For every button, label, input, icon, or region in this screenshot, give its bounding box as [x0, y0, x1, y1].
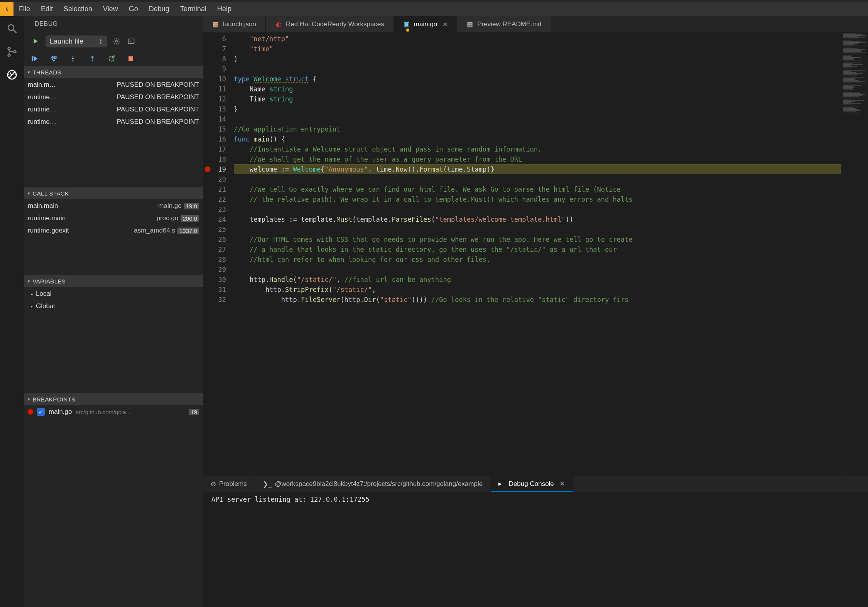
variables-header[interactable]: ▾ VARIABLES [24, 275, 203, 287]
step-into-button[interactable] [69, 54, 77, 63]
breakpoint-checkbox[interactable]: ✓ [37, 408, 45, 416]
variable-scope-local[interactable]: ▸Local [24, 288, 203, 300]
sidebar-title: DEBUG [24, 16, 203, 32]
breakpoints-header[interactable]: ▾ BREAKPOINTS [24, 393, 203, 405]
svg-point-3 [8, 54, 10, 56]
thread-row[interactable]: runtime…PAUSED ON BREAKPOINT [24, 103, 203, 116]
debug-sidebar: DEBUG Launch file ▲▼ [24, 16, 203, 607]
launch-config-select[interactable]: Launch file ▲▼ [46, 35, 107, 47]
close-icon[interactable]: ✕ [442, 21, 448, 28]
tab-label: launch.json [223, 20, 256, 28]
breakpoint-line: 19 [189, 409, 199, 415]
frame-file: main.go [158, 202, 181, 210]
threads-header[interactable]: ▾ THREADS [24, 66, 203, 78]
svg-point-4 [14, 51, 16, 53]
menu-item-edit[interactable]: Edit [35, 5, 58, 13]
callstack-header[interactable]: ▾ CALL STACK [24, 187, 203, 199]
breakpoint-path: src/github.com/gola… [76, 409, 185, 415]
bottom-panel: ⊘Problems❯_@workspace9bla2cl8ukbyt4z7:/p… [203, 476, 868, 607]
panel-tab[interactable]: ❯_@workspace9bla2cl8ukbyt4z7:/projects/s… [255, 476, 491, 492]
breakpoint-row[interactable]: ✓main.gosrc/github.com/gola…19 [24, 406, 203, 418]
frame-name: main.main [28, 202, 105, 210]
terminal-icon: ❯_ [263, 480, 272, 488]
debug-console-output: API server listening at: 127.0.0.1:17255 [203, 492, 868, 607]
step-out-button[interactable] [88, 54, 96, 63]
open-launch-json-icon[interactable] [126, 36, 136, 46]
start-debug-button[interactable] [30, 36, 41, 47]
stack-frame-row[interactable]: runtime.goexitasm_amd64.s1337:0 [24, 224, 203, 237]
frame-file: asm_amd64.s [134, 227, 175, 234]
editor-tab[interactable]: ▦launch.json [203, 16, 266, 32]
svg-point-11 [72, 60, 73, 61]
menu-item-file[interactable]: File [14, 5, 35, 13]
debug-launch-row: Launch file ▲▼ [24, 32, 203, 51]
main-editor-area: ▦launch.json◐Red Hat CodeReady Workspace… [203, 16, 868, 607]
breakpoint-gutter-icon[interactable] [205, 167, 210, 172]
svg-point-10 [53, 60, 54, 61]
menu-item-debug[interactable]: Debug [144, 5, 175, 13]
menu-bar: FileEditSelectionViewGoDebugTerminalHelp [0, 2, 868, 16]
minimap[interactable] [841, 32, 868, 476]
source-control-icon[interactable] [5, 45, 19, 59]
editor-tab[interactable]: ◐Red Hat CodeReady Workspaces [266, 16, 394, 32]
menu-item-terminal[interactable]: Terminal [175, 5, 212, 13]
panel-tab[interactable]: ⊘Problems [203, 476, 255, 492]
gear-icon[interactable] [111, 36, 122, 46]
chevron-right-icon: ▸ [31, 292, 33, 296]
panel-tab-label: Debug Console [509, 480, 554, 488]
frame-location: 1337:0 [177, 228, 199, 234]
thread-name: runtime… [28, 118, 73, 126]
thread-row[interactable]: main.m…PAUSED ON BREAKPOINT [24, 79, 203, 91]
frame-name: runtime.main [28, 214, 105, 222]
variables-section: ▾ VARIABLES ▸Local▸Global [24, 275, 203, 393]
panel-tab-bar: ⊘Problems❯_@workspace9bla2cl8ukbyt4z7:/p… [203, 476, 868, 492]
chevron-down-icon: ▾ [28, 279, 30, 284]
frame-name: runtime.goexit [28, 227, 105, 234]
tab-label: Red Hat CodeReady Workspaces [286, 20, 384, 28]
search-icon[interactable] [5, 22, 19, 35]
frame-location: 200:0 [181, 215, 199, 222]
stepper-icon: ▲▼ [99, 39, 103, 44]
svg-point-0 [8, 25, 14, 30]
svg-rect-9 [32, 56, 33, 61]
chevron-right-icon: ▸ [31, 304, 33, 309]
editor-tab[interactable]: ▣main.go✕ [394, 16, 457, 32]
editor-code[interactable]: "net/http" "time")type Welcome struct { … [234, 32, 841, 476]
menu-item-view[interactable]: View [98, 5, 123, 13]
variable-scope-global[interactable]: ▸Global [24, 300, 203, 312]
menu-item-help[interactable]: Help [212, 5, 237, 13]
stop-button[interactable] [127, 54, 135, 63]
thread-state: PAUSED ON BREAKPOINT [73, 81, 199, 89]
threads-title: THREADS [32, 69, 61, 76]
file-icon: ▣ [403, 21, 410, 28]
menu-item-selection[interactable]: Selection [58, 5, 98, 13]
continue-button[interactable] [30, 54, 39, 63]
editor[interactable]: 6789101112131415161718192021222324252627… [203, 32, 868, 476]
thread-row[interactable]: runtime…PAUSED ON BREAKPOINT [24, 91, 203, 103]
app-badge[interactable] [0, 2, 14, 16]
step-over-button[interactable] [49, 54, 58, 63]
thread-state: PAUSED ON BREAKPOINT [73, 118, 199, 126]
close-icon[interactable]: ✕ [559, 480, 565, 488]
svg-rect-13 [128, 56, 133, 61]
editor-tab-bar: ▦launch.json◐Red Hat CodeReady Workspace… [203, 16, 868, 32]
restart-button[interactable] [107, 54, 116, 63]
panel-tab-label: @workspace9bla2cl8ukbyt4z7:/projects/src… [275, 480, 483, 488]
debug-icon[interactable] [5, 68, 19, 82]
callstack-section: ▾ CALL STACK main.mainmain.go19:0runtime… [24, 187, 203, 275]
file-icon: ▤ [466, 21, 473, 28]
panel-tab[interactable]: ▸_Debug Console✕ [491, 476, 573, 492]
stack-frame-row[interactable]: main.mainmain.go19:0 [24, 200, 203, 212]
menu-item-go[interactable]: Go [123, 5, 144, 13]
frame-file: proc.go [157, 214, 179, 222]
chevron-down-icon: ▾ [28, 70, 30, 75]
editor-tab[interactable]: ▤Preview README.md [457, 16, 551, 32]
thread-name: runtime… [28, 93, 73, 101]
file-icon: ◐ [275, 21, 282, 28]
stack-frame-row[interactable]: runtime.mainproc.go200:0 [24, 212, 203, 224]
breakpoints-title: BREAKPOINTS [32, 396, 75, 403]
tab-label: main.go [414, 20, 437, 28]
editor-gutter[interactable]: 6789101112131415161718192021222324252627… [203, 32, 234, 476]
thread-row[interactable]: runtime…PAUSED ON BREAKPOINT [24, 116, 203, 128]
thread-name: main.m… [28, 81, 73, 89]
